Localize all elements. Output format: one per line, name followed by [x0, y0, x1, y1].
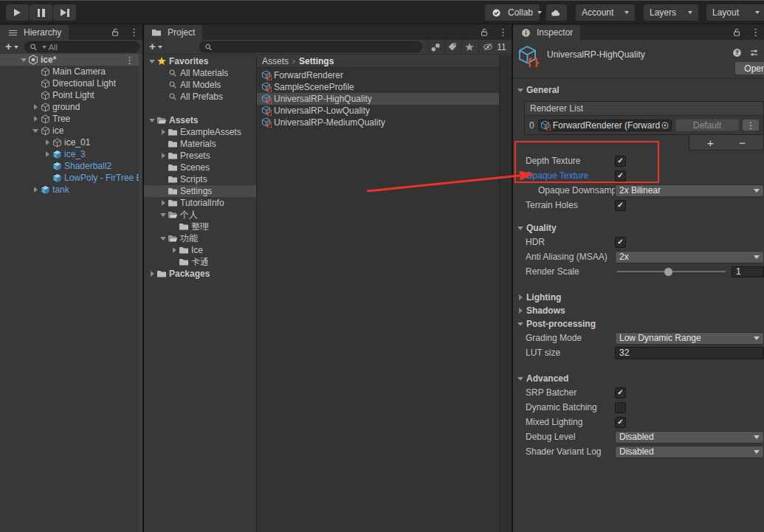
foldout-collapsed-icon[interactable] [31, 184, 40, 196]
project-search-input[interactable] [199, 41, 422, 52]
project-tree-item[interactable]: 整理 [144, 221, 256, 232]
foldout-expanded-icon[interactable] [148, 55, 156, 67]
foldout-expanded-icon[interactable] [19, 54, 28, 66]
scene-menu-icon[interactable]: ⋮ [125, 55, 134, 65]
foldout-collapsed-icon[interactable] [31, 113, 40, 125]
asset-item[interactable]: {}UniversalRP-HighQuality [257, 93, 500, 105]
create-asset-button[interactable]: + [147, 43, 165, 52]
project-tree-item[interactable]: Settings [144, 185, 256, 197]
cloud-button[interactable] [546, 4, 567, 21]
section-shadows[interactable]: Shadows [513, 304, 764, 317]
default-button[interactable]: Default [675, 119, 739, 131]
hierarchy-item[interactable]: ice_01 [0, 137, 139, 148]
section-advanced[interactable]: Advanced [513, 372, 764, 385]
foldout-expanded-icon[interactable] [159, 232, 168, 244]
section-general[interactable]: General [513, 83, 764, 97]
section-quality[interactable]: Quality [513, 221, 764, 235]
hierarchy-item[interactable]: LowPoly - FirTree B [0, 172, 139, 184]
foldout-expanded-icon[interactable] [516, 84, 525, 96]
asset-list-scrollbar[interactable] [499, 55, 512, 532]
scene-row[interactable]: ice* ⋮ [0, 54, 139, 66]
element-menu-button[interactable]: ⋮ [743, 120, 759, 131]
tab-hierarchy[interactable]: Hierarchy [0, 25, 69, 40]
panel-menu-icon[interactable]: ⋮ [129, 27, 139, 37]
project-tree-item[interactable]: Scenes [144, 162, 256, 173]
hierarchy-scrollbar[interactable] [139, 54, 142, 532]
dropdown[interactable]: Disabled [615, 446, 764, 458]
lock-icon[interactable] [732, 27, 742, 37]
foldout-collapsed-icon[interactable] [516, 291, 525, 303]
hierarchy-item[interactable]: Shaderball2 [0, 160, 139, 172]
renderer-object-field[interactable]: {}ForwardRenderer (Forward Renderer Data… [538, 120, 672, 131]
panel-menu-icon[interactable]: ⋮ [498, 27, 508, 37]
hierarchy-item[interactable]: ground [0, 101, 139, 113]
dropdown[interactable]: Low Dynamic Range [615, 332, 764, 345]
foldout-expanded-icon[interactable] [31, 125, 40, 137]
project-tree-item[interactable]: All Prefabs [144, 91, 256, 103]
help-icon[interactable]: ? [732, 47, 742, 58]
project-tree-item[interactable]: TutorialInfo [144, 197, 256, 209]
checkbox-checked[interactable]: ✓ [615, 387, 626, 398]
dropdown[interactable]: Disabled [615, 431, 764, 443]
foldout-collapsed-icon[interactable] [159, 150, 168, 162]
hierarchy-item[interactable]: ice [0, 125, 139, 137]
open-button[interactable]: Open [735, 62, 764, 75]
play-button[interactable] [6, 4, 29, 21]
pause-button[interactable] [30, 4, 52, 21]
asset-item[interactable]: {}UniversalRP-LowQuality [257, 105, 500, 117]
foldout-collapsed-icon[interactable] [159, 197, 168, 209]
hierarchy-search-input[interactable]: All [24, 41, 140, 52]
checkbox-checked[interactable]: ✓ [615, 237, 626, 248]
lock-icon[interactable] [110, 27, 120, 37]
foldout-collapsed-icon[interactable] [170, 244, 179, 256]
lock-icon[interactable] [479, 27, 489, 37]
renderer-list-row[interactable]: 0{}ForwardRenderer (Forward Renderer Dat… [525, 116, 763, 134]
remove-button[interactable]: − [732, 137, 754, 149]
checkbox-checked[interactable]: ✓ [615, 200, 626, 211]
collab-dropdown[interactable]: Collab [485, 4, 540, 21]
foldout-expanded-icon[interactable] [159, 209, 168, 221]
project-tree-item[interactable]: Materials [144, 138, 256, 150]
tab-project[interactable]: Project [144, 25, 202, 40]
project-tree-item[interactable]: ExampleAssets [144, 126, 256, 138]
foldout-expanded-icon[interactable] [148, 114, 156, 126]
text-field[interactable]: 32 [615, 347, 764, 359]
hierarchy-item[interactable]: Main Camera [0, 66, 139, 77]
hierarchy-item[interactable]: Tree [0, 113, 139, 125]
layers-dropdown[interactable]: Layers [644, 4, 698, 21]
asset-item[interactable]: {}SampleSceneProfile [257, 81, 500, 93]
slider-knob[interactable] [664, 268, 672, 276]
foldout-collapsed-icon[interactable] [159, 126, 168, 138]
asset-item[interactable]: {}ForwardRenderer [257, 69, 500, 81]
project-tree-item[interactable]: All Materials [144, 67, 256, 79]
project-tree-item[interactable]: Packages [144, 268, 256, 280]
hierarchy-item[interactable]: tank [0, 184, 139, 196]
checkbox-unchecked[interactable] [615, 402, 626, 413]
project-tree-item[interactable]: Scripts [144, 173, 256, 185]
step-button[interactable] [53, 4, 76, 21]
project-tree-item[interactable]: 个人 [144, 209, 256, 221]
favorites-filter-button[interactable] [461, 40, 478, 54]
tab-inspector[interactable]: Inspector [513, 25, 580, 40]
hierarchy-item[interactable]: ice_3 [0, 148, 139, 160]
dropdown[interactable]: 2x [615, 251, 764, 263]
dropdown[interactable]: 2x Bilinear [615, 184, 764, 197]
project-tree-item[interactable]: 卡通 [144, 256, 256, 268]
presets-icon[interactable] [748, 47, 759, 58]
asset-item[interactable]: {}UniversalRP-MediumQuality [257, 117, 500, 128]
foldout-expanded-icon[interactable] [516, 318, 525, 330]
panel-menu-icon[interactable]: ⋮ [751, 27, 760, 37]
hidden-packages-toggle[interactable]: 11 [478, 40, 510, 54]
breadcrumb-root[interactable]: Assets [262, 56, 289, 66]
project-tree-item[interactable]: All Models [144, 79, 256, 91]
project-tree-item[interactable]: Assets [144, 114, 256, 126]
project-tree-item[interactable]: Ice [144, 244, 256, 256]
section-post-processing[interactable]: Post-processing [513, 317, 764, 331]
project-tree-item[interactable]: 功能 [144, 232, 256, 244]
foldout-expanded-icon[interactable] [516, 222, 525, 234]
project-tree-item[interactable]: Presets [144, 150, 256, 162]
slider-value-field[interactable]: 1 [732, 266, 764, 277]
section-lighting[interactable]: Lighting [513, 291, 764, 304]
foldout-collapsed-icon[interactable] [43, 137, 52, 148]
foldout-collapsed-icon[interactable] [148, 268, 156, 280]
